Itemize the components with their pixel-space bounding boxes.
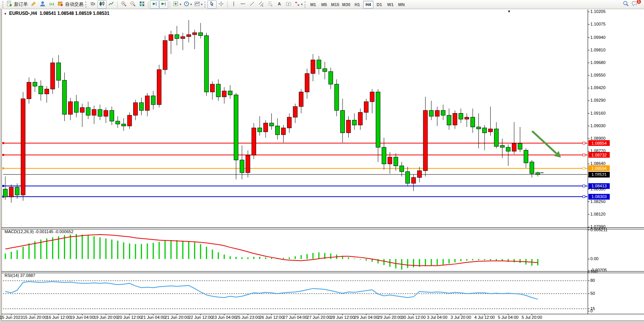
zoom-in-button[interactable]: [119, 0, 128, 9]
channel-icon: E: [258, 1, 264, 8]
arrows-button[interactable]: ▾: [293, 0, 304, 9]
main-toolbar: 新订单 自动交易: [0, 0, 644, 9]
svg-text:F: F: [271, 5, 273, 7]
periods-icon: [183, 1, 190, 8]
toolbar-grip[interactable]: [2, 2, 4, 8]
trendline-icon: [249, 1, 255, 8]
chevron-down-icon: ▾: [190, 3, 192, 6]
cursor-icon: [209, 1, 215, 8]
new-order-icon: [6, 1, 13, 8]
horizontal-line-button[interactable]: [238, 0, 247, 9]
arrows-icon: [294, 1, 300, 8]
cursor-button[interactable]: [207, 0, 217, 9]
timeframe-button-d1[interactable]: D1: [374, 1, 384, 8]
mt4-application: 新订单 自动交易: [0, 0, 644, 323]
svg-text:E: E: [262, 5, 263, 7]
window-bottom-strip: [0, 321, 644, 323]
timeframe-button-m5[interactable]: M5: [319, 1, 329, 8]
signals-icon: [49, 1, 55, 8]
svg-text:T: T: [288, 2, 290, 6]
timeframe-button-h4[interactable]: H4: [363, 1, 373, 8]
tile-windows-button[interactable]: [137, 0, 147, 9]
chat-button[interactable]: 1: [630, 0, 639, 9]
chart-shift-button[interactable]: [159, 0, 168, 9]
svg-text:A: A: [278, 2, 281, 6]
chevron-down-icon: ▾: [301, 3, 303, 6]
chat-badge: 1: [636, 0, 641, 4]
auto-scroll-button[interactable]: [150, 0, 159, 9]
new-order-button[interactable]: 新订单: [5, 0, 29, 9]
tile-windows-icon: [139, 1, 145, 8]
marker-icon: [30, 1, 37, 8]
search-icon: [623, 0, 629, 8]
timeframe-button-m30[interactable]: M30: [341, 1, 351, 8]
indicators-button[interactable]: ▾: [172, 0, 182, 9]
fibonacci-button[interactable]: F: [266, 0, 275, 9]
chevron-down-icon: ▾: [201, 3, 202, 6]
zoom-out-icon: [130, 1, 136, 8]
price-axis[interactable]: [588, 9, 644, 314]
channel-button[interactable]: E: [257, 0, 266, 9]
chart-canvas[interactable]: [2, 9, 644, 321]
timeframe-button-m15[interactable]: M15: [330, 1, 340, 8]
signals-button[interactable]: [47, 0, 56, 9]
zoom-in-icon: [121, 1, 127, 8]
search-button[interactable]: [621, 0, 630, 9]
text-button[interactable]: A: [275, 0, 284, 9]
timeframe-button-m1[interactable]: M1: [308, 1, 318, 8]
text-label-icon: T: [285, 1, 292, 8]
auto-trading-button[interactable]: 自动交易: [56, 0, 84, 9]
candlestick-chart-icon: [99, 1, 105, 8]
timeframe-button-mn[interactable]: MN: [396, 1, 406, 8]
timeframe-button-h1[interactable]: H1: [352, 1, 362, 8]
zoom-out-button[interactable]: [128, 0, 137, 9]
periods-button[interactable]: ▾: [182, 0, 193, 9]
timeframe-toolbar: M1M5M15M30H1H4D1W1MN: [308, 0, 407, 9]
timeframe-button-w1[interactable]: W1: [385, 1, 395, 8]
auto-trading-icon: [57, 1, 64, 8]
auto-scroll-icon: [151, 1, 158, 8]
marker-button[interactable]: [29, 0, 38, 9]
fibonacci-icon: F: [267, 1, 273, 8]
chevron-down-icon: ▾: [180, 3, 181, 6]
indicators-icon: [173, 1, 179, 8]
templates-button[interactable]: ▾: [193, 0, 204, 9]
crosshair-icon: [218, 1, 224, 8]
date-axis[interactable]: [0, 314, 588, 320]
chart-shift-icon: [161, 1, 167, 8]
toolbar-grip[interactable]: [304, 2, 306, 8]
trendline-button[interactable]: [247, 0, 257, 9]
crosshair-button[interactable]: [217, 0, 226, 9]
templates-icon: [194, 1, 200, 8]
metaeditor-button[interactable]: [38, 0, 47, 9]
text-icon: A: [276, 1, 282, 8]
vertical-line-button[interactable]: [229, 0, 238, 9]
toolbar-grip[interactable]: [85, 2, 87, 8]
vertical-line-icon: [231, 1, 237, 8]
metaeditor-icon: [40, 1, 46, 8]
toolbar-grip[interactable]: [204, 2, 206, 8]
horizontal-line-icon: [240, 1, 246, 8]
line-chart-button[interactable]: [107, 0, 116, 9]
auto-trading-label: 自动交易: [65, 1, 83, 8]
text-label-button[interactable]: T: [284, 0, 293, 9]
candlestick-chart-button[interactable]: [97, 0, 107, 9]
bar-chart-button[interactable]: [88, 0, 97, 9]
line-chart-icon: [108, 1, 114, 8]
new-order-label: 新订单: [14, 1, 28, 8]
bar-chart-icon: [90, 1, 96, 8]
